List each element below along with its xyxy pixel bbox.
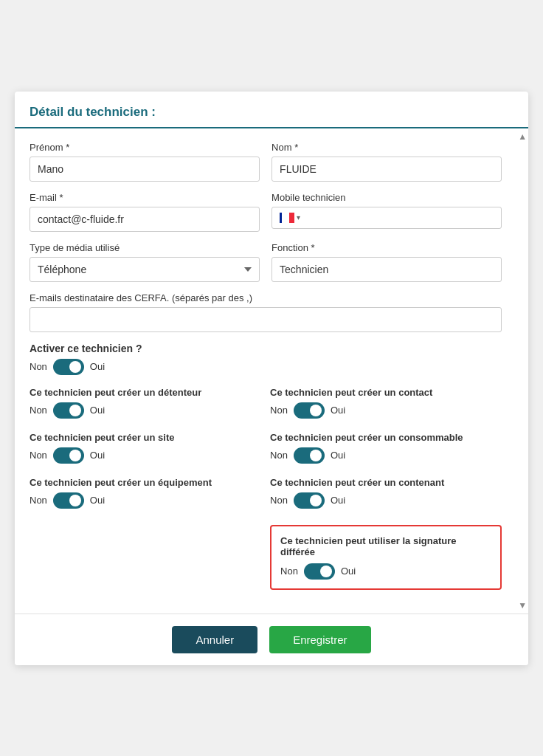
nom-input[interactable] <box>272 157 502 182</box>
contenant-non: Non <box>270 495 288 506</box>
permission-contact: Ce technicien peut créer un contact Non … <box>270 387 502 419</box>
media-fonction-row: Type de média utilisé Téléphone Fonction… <box>30 242 502 282</box>
scroll-up-arrow[interactable]: ▲ <box>518 131 527 142</box>
modal-scroll-container: Prénom * Nom * E-mail * Mobile technicie… <box>15 128 528 614</box>
signature-label: Ce technicien peut utiliser la signature… <box>280 535 491 557</box>
equipement-label: Ce technicien peut créer un équipement <box>30 477 261 488</box>
detenteur-label: Ce technicien peut créer un détenteur <box>30 387 261 398</box>
nom-group: Nom * <box>272 142 502 182</box>
permission-signature: Ce technicien peut utiliser la signature… <box>270 522 502 590</box>
consommable-oui: Oui <box>331 450 345 461</box>
fonction-input[interactable] <box>272 257 502 282</box>
cerfa-input[interactable] <box>30 307 502 332</box>
modal-header: Détail du technicien : <box>15 92 528 128</box>
flag-icon[interactable]: ▾ <box>280 213 300 223</box>
detenteur-oui: Oui <box>90 405 105 416</box>
signature-oui: Oui <box>341 566 356 577</box>
prenom-group: Prénom * <box>30 142 260 182</box>
modal-body: Prénom * Nom * E-mail * Mobile technicie… <box>15 128 516 614</box>
contenant-toggle[interactable] <box>294 492 325 509</box>
email-input[interactable] <box>30 207 260 232</box>
equipement-toggle-row: Non Oui <box>30 492 261 509</box>
modal-title: Détail du technicien : <box>30 105 513 120</box>
scroll-down-arrow[interactable]: ▼ <box>518 600 527 611</box>
fonction-group: Fonction * <box>272 242 502 282</box>
signature-highlighted-box: Ce technicien peut utiliser la signature… <box>270 525 502 590</box>
activer-section: Activer ce technicien ? Non Oui <box>30 343 502 375</box>
prenom-label: Prénom * <box>30 142 260 153</box>
equipement-slider <box>53 492 84 509</box>
site-oui: Oui <box>90 450 105 461</box>
contact-slider <box>294 402 325 419</box>
empty-cell <box>30 522 261 590</box>
email-group: E-mail * <box>30 192 260 232</box>
contact-toggle-row: Non Oui <box>270 402 502 419</box>
media-select[interactable]: Téléphone <box>30 257 260 282</box>
annuler-button[interactable]: Annuler <box>172 626 257 653</box>
permission-consommable: Ce technicien peut créer un consommable … <box>270 432 502 464</box>
fr-flag <box>280 213 294 223</box>
contact-non: Non <box>270 405 288 416</box>
permission-detenteur: Ce technicien peut créer un détenteur No… <box>30 387 261 419</box>
contenant-toggle-row: Non Oui <box>270 492 502 509</box>
detenteur-toggle[interactable] <box>53 402 84 419</box>
phone-input-wrapper[interactable]: ▾ <box>272 207 502 229</box>
detenteur-slider <box>53 402 84 419</box>
site-non: Non <box>30 450 47 461</box>
technician-detail-modal: Détail du technicien : Prénom * Nom * E-… <box>15 92 528 665</box>
contact-oui: Oui <box>331 405 345 416</box>
equipement-toggle[interactable] <box>53 492 84 509</box>
mobile-label: Mobile technicien <box>272 192 502 203</box>
modal-footer: Annuler Enregistrer <box>15 614 528 665</box>
equipement-oui: Oui <box>90 495 105 506</box>
cerfa-group: E-mails destinataire des CERFA. (séparés… <box>30 292 502 332</box>
contenant-slider <box>294 492 325 509</box>
permission-equipement: Ce technicien peut créer un équipement N… <box>30 477 261 509</box>
contact-toggle[interactable] <box>294 402 325 419</box>
consommable-label: Ce technicien peut créer un consommable <box>270 432 502 443</box>
signature-non: Non <box>280 566 298 577</box>
contenant-label: Ce technicien peut créer un contenant <box>270 477 502 488</box>
contact-label: Ce technicien peut créer un contact <box>270 387 502 398</box>
permission-contenant: Ce technicien peut créer un contenant No… <box>270 477 502 509</box>
mobile-group: Mobile technicien ▾ <box>272 192 502 232</box>
scroll-side: ▲ ▼ <box>516 128 528 614</box>
prenom-nom-row: Prénom * Nom * <box>30 142 502 182</box>
equipement-non: Non <box>30 495 47 506</box>
media-label: Type de média utilisé <box>30 242 260 253</box>
activer-slider <box>53 359 84 375</box>
permission-site: Ce technicien peut créer un site Non Oui <box>30 432 261 464</box>
consommable-toggle-row: Non Oui <box>270 447 502 464</box>
media-group: Type de média utilisé Téléphone <box>30 242 260 282</box>
site-label: Ce technicien peut créer un site <box>30 432 261 443</box>
email-mobile-row: E-mail * Mobile technicien ▾ <box>30 192 502 232</box>
cerfa-label: E-mails destinataire des CERFA. (séparés… <box>30 292 502 303</box>
site-toggle[interactable] <box>53 447 84 464</box>
email-label: E-mail * <box>30 192 260 203</box>
signature-slider <box>304 563 335 580</box>
signature-toggle-row: Non Oui <box>280 563 491 580</box>
site-slider <box>53 447 84 464</box>
nom-label: Nom * <box>272 142 502 153</box>
activer-oui: Oui <box>90 361 105 372</box>
permissions-grid: Ce technicien peut créer un détenteur No… <box>30 387 502 590</box>
activer-label: Activer ce technicien ? <box>30 343 502 354</box>
detenteur-toggle-row: Non Oui <box>30 402 261 419</box>
consommable-slider <box>294 447 325 464</box>
activer-non: Non <box>30 361 47 372</box>
flag-dropdown-arrow[interactable]: ▾ <box>297 213 300 221</box>
activer-toggle[interactable] <box>53 359 84 375</box>
fonction-label: Fonction * <box>272 242 502 253</box>
consommable-toggle[interactable] <box>294 447 325 464</box>
activer-toggle-row: Non Oui <box>30 359 502 375</box>
prenom-input[interactable] <box>30 157 260 182</box>
enregistrer-button[interactable]: Enregistrer <box>269 626 370 653</box>
consommable-non: Non <box>270 450 288 461</box>
site-toggle-row: Non Oui <box>30 447 261 464</box>
signature-toggle[interactable] <box>304 563 335 580</box>
detenteur-non: Non <box>30 405 47 416</box>
contenant-oui: Oui <box>331 495 345 506</box>
